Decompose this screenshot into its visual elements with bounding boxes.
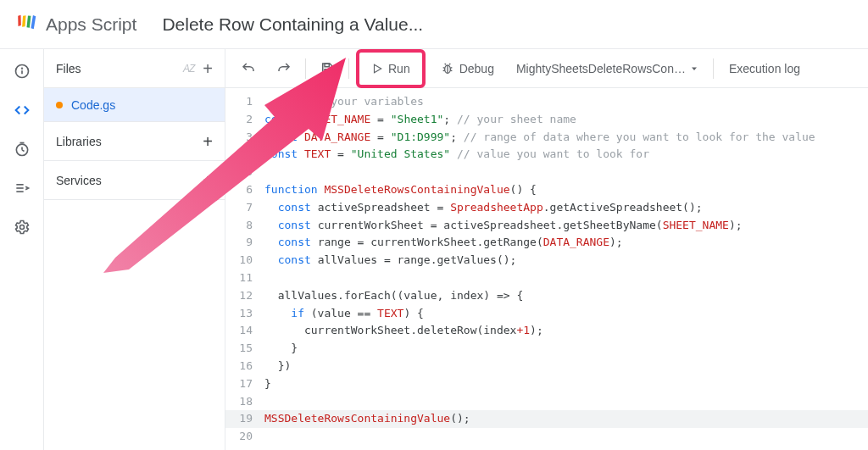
svg-marker-22 [692,67,697,70]
code-line[interactable]: 1 Define your variables [225,93,868,111]
code-content: currentWorkSheet.deleteRow(index+1); [264,322,543,340]
line-number: 9 [225,234,264,252]
add-file-icon[interactable]: + [203,60,213,77]
code-line[interactable]: 12 allValues.forEach((value, index) => { [225,287,868,305]
line-number: 7 [225,199,264,217]
svg-line-20 [444,64,445,64]
line-number: 13 [225,305,264,323]
code-line[interactable]: 16 }) [225,358,868,375]
file-name: Code.gs [71,98,115,112]
line-number: 17 [225,375,264,393]
toolbar-divider [348,58,349,79]
line-number: 10 [225,252,264,269]
code-content: } [264,340,298,358]
debug-button[interactable]: Debug [432,54,503,83]
editor-pane: Run Debug MightySheetsDeleteRowsConta...… [225,49,868,450]
toolbar-divider [713,58,714,79]
redo-icon[interactable] [270,54,298,83]
libraries-header: Libraries + [44,122,225,161]
code-content: const range = currentWorkSheet.getRange(… [264,234,623,252]
svg-line-21 [449,64,450,64]
code-content: const TEXT = "United States" // value yo… [264,146,649,164]
svg-line-17 [442,70,444,71]
run-button-highlight: Run [356,49,426,88]
services-header: Services + [44,161,225,200]
editor-toolbar: Run Debug MightySheetsDeleteRowsConta...… [225,49,868,88]
code-content: const DATA_RANGE = "D1:D999"; // range o… [264,129,815,147]
line-number: 2 [225,111,264,129]
code-content: Define your variables [264,93,424,111]
line-number: 4 [225,146,264,164]
code-content: const activeSpreadsheet = SpreadsheetApp… [264,199,703,217]
play-icon [371,63,383,75]
code-line[interactable]: 11 [225,269,868,287]
settings-icon[interactable] [12,217,32,237]
code-line[interactable]: 9 const range = currentWorkSheet.getRang… [225,234,868,252]
line-number: 6 [225,181,264,199]
code-line[interactable]: 5 [225,164,868,181]
files-pane: Files AZ + Code.gs Libraries + Services … [44,49,225,450]
chevron-down-icon [689,64,699,74]
code-content: } [264,375,271,393]
svg-marker-13 [375,64,381,72]
execution-log-label: Execution log [729,62,800,75]
code-line[interactable]: 4const TEXT = "United States" // value y… [225,146,868,164]
libraries-label: Libraries [56,135,102,148]
line-number: 11 [225,269,264,287]
app-header: Apps Script Delete Row Containing a Valu… [0,0,868,49]
line-number: 5 [225,164,264,181]
function-select[interactable]: MightySheetsDeleteRowsConta... [509,62,706,75]
code-line[interactable]: 17} [225,375,868,393]
services-label: Services [56,174,102,187]
save-icon[interactable] [313,54,342,83]
add-library-icon[interactable]: + [203,133,213,150]
function-name: MightySheetsDeleteRowsConta... [516,62,686,75]
undo-icon[interactable] [234,54,263,83]
svg-rect-11 [325,64,329,67]
code-content: MSSDeleteRowsContainingValue(); [264,410,470,428]
code-line[interactable]: 15 } [225,340,868,358]
info-icon[interactable] [12,61,32,81]
code-line[interactable]: 7 const activeSpreadsheet = SpreadsheetA… [225,199,868,217]
code-content: allValues.forEach((value, index) => { [264,287,523,305]
code-content: const allValues = range.getValues(); [264,252,516,269]
code-line[interactable]: 18 [225,393,868,411]
files-header: Files AZ + [44,49,225,88]
file-modified-dot-icon [56,102,63,108]
line-number: 12 [225,287,264,305]
triggers-icon[interactable] [12,139,32,159]
code-line[interactable]: 6function MSSDeleteRowsContainingValue()… [225,181,868,199]
bug-icon [441,62,454,75]
code-line[interactable]: 19MSSDeleteRowsContainingValue(); [225,410,868,428]
executions-icon[interactable] [12,178,32,198]
line-number: 1 [225,93,264,111]
debug-label: Debug [459,62,494,75]
svg-line-18 [450,67,452,68]
code-content: const SHEET_NAME = "Sheet1"; // your she… [264,111,576,129]
line-number: 16 [225,358,264,375]
line-number: 8 [225,217,264,235]
code-line[interactable]: 14 currentWorkSheet.deleteRow(index+1); [225,322,868,340]
line-number: 18 [225,393,264,411]
execution-log-button[interactable]: Execution log [721,54,809,83]
line-number: 19 [225,410,264,428]
code-line[interactable]: 20 [225,428,868,446]
sort-icon[interactable]: AZ [183,63,194,75]
code-content: }) [264,358,291,375]
editor-icon[interactable] [12,100,32,120]
line-number: 14 [225,322,264,340]
file-item-code-gs[interactable]: Code.gs [44,88,225,122]
code-line[interactable]: 10 const allValues = range.getValues(); [225,252,868,269]
project-title[interactable]: Delete Row Containing a Value... [162,14,423,35]
code-line[interactable]: 8 const currentWorkSheet = activeSpreads… [225,217,868,235]
code-line[interactable]: 2const SHEET_NAME = "Sheet1"; // your sh… [225,111,868,129]
add-service-icon[interactable]: + [203,172,213,189]
app-name: Apps Script [46,14,136,35]
code-line[interactable]: 3const DATA_RANGE = "D1:D999"; // range … [225,129,868,147]
code-line[interactable]: 13 if (value == TEXT) { [225,305,868,323]
svg-point-2 [21,68,22,69]
toolbar-divider [305,58,306,79]
code-editor[interactable]: 1 Define your variables2const SHEET_NAME… [225,88,868,450]
run-button[interactable]: Run [363,54,419,83]
svg-line-5 [22,150,25,152]
